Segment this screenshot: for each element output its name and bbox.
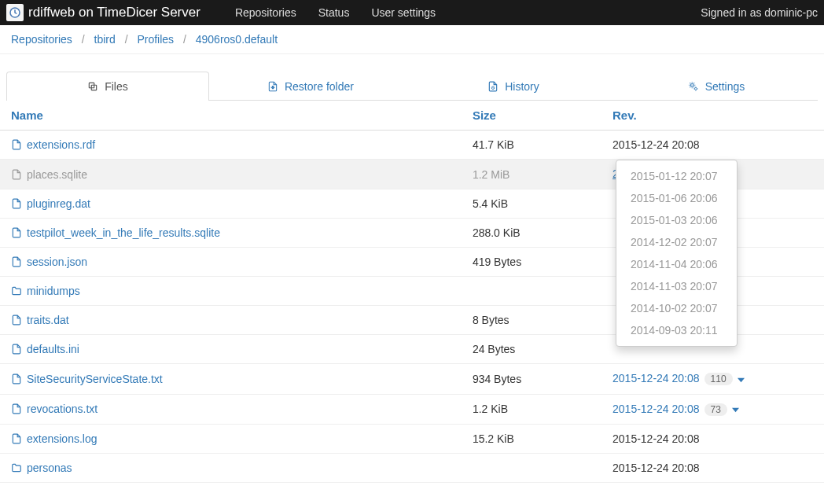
- caret-down-icon[interactable]: [738, 373, 745, 386]
- cell-rev: 2015-12-24 20:08: [601, 424, 824, 453]
- file-icon: [11, 169, 22, 180]
- revision-dropdown[interactable]: 2015-01-12 20:072015-01-06 20:062015-01-…: [616, 160, 738, 347]
- file-link[interactable]: SiteSecurityServiceState.txt: [11, 373, 451, 385]
- tab-label: History: [505, 80, 539, 93]
- cell-name: SiteSecurityServiceState.txt: [0, 364, 462, 394]
- dropdown-item[interactable]: 2014-12-02 20:07: [616, 231, 737, 253]
- file-icon: [11, 198, 22, 209]
- file-link[interactable]: pluginreg.dat: [11, 197, 451, 210]
- dropdown-item[interactable]: 2014-11-04 20:06: [616, 253, 737, 275]
- cell-name: extensions.rdf: [0, 131, 462, 160]
- file-name-text: defaults.ini: [27, 343, 79, 355]
- dropdown-item[interactable]: 2015-01-06 20:06: [616, 187, 737, 209]
- revision-text: 2015-12-24 20:08: [612, 138, 700, 151]
- nav-links: Repositories Status User settings: [224, 0, 447, 25]
- file-icon: [11, 373, 22, 384]
- breadcrumb-item[interactable]: tbird: [94, 33, 116, 46]
- file-name-text: personas: [27, 462, 72, 474]
- cell-name: extensions.log: [0, 424, 462, 453]
- folder-icon: [11, 462, 22, 473]
- file-name-text: traits.dat: [27, 314, 69, 326]
- file-icon: [11, 256, 22, 267]
- cell-name: session.json: [0, 248, 462, 277]
- nav-link-status[interactable]: Status: [307, 0, 361, 25]
- file-name-text: minidumps: [27, 285, 80, 297]
- tab-label: Settings: [705, 80, 745, 93]
- tab-files[interactable]: Files: [6, 72, 209, 101]
- breadcrumb-sep: /: [82, 33, 85, 46]
- nav-link-user-settings[interactable]: User settings: [360, 0, 447, 25]
- cell-rev: 2015-12-24 20:0873: [601, 394, 824, 424]
- revision-text: 2015-12-24 20:08: [612, 462, 700, 474]
- breadcrumb-sep: /: [125, 33, 128, 46]
- tab-label: Restore folder: [285, 80, 354, 93]
- cell-name: revocations.txt: [0, 394, 462, 424]
- cell-rev: 2015-12-24 20:08: [601, 131, 824, 160]
- file-name-text: revocations.txt: [27, 403, 97, 415]
- breadcrumb-item[interactable]: Profiles: [137, 33, 174, 46]
- cell-size: 1.2 MiB: [462, 160, 601, 189]
- cell-name: defaults.ini: [0, 335, 462, 364]
- dropdown-item[interactable]: 2015-01-03 20:06: [616, 209, 737, 231]
- brand-text: rdiffweb on TimeDicer Server: [28, 5, 200, 20]
- breadcrumb: Repositories / tbird / Profiles / 4906ro…: [0, 25, 824, 54]
- file-name-text: extensions.log: [27, 432, 97, 445]
- file-link[interactable]: revocations.txt: [11, 403, 451, 415]
- file-link[interactable]: extensions.log: [11, 432, 451, 445]
- restore-icon: [267, 80, 278, 93]
- tab-history[interactable]: History: [412, 72, 615, 101]
- cell-size: 8 Bytes: [462, 306, 601, 335]
- dropdown-item[interactable]: 2015-01-12 20:07: [616, 165, 737, 187]
- nav-signed-in[interactable]: Signed in as dominic-pc: [701, 6, 818, 19]
- tab-settings[interactable]: Settings: [615, 72, 818, 101]
- table-row: extensions.rdf41.7 KiB2015-12-24 20:08: [0, 131, 824, 160]
- file-link[interactable]: testpilot_week_in_the_life_results.sqlit…: [11, 226, 451, 239]
- table-row: extensions.log15.2 KiB2015-12-24 20:08: [0, 424, 824, 453]
- breadcrumb-item[interactable]: Repositories: [11, 33, 72, 46]
- file-link[interactable]: places.sqlite: [11, 168, 451, 181]
- cell-size: 288.0 KiB: [462, 219, 601, 248]
- file-link[interactable]: traits.dat: [11, 314, 451, 326]
- tab-restore[interactable]: Restore folder: [209, 72, 412, 101]
- folder-link[interactable]: minidumps: [11, 285, 451, 297]
- cell-size: 15.2 KiB: [462, 424, 601, 453]
- cell-size: [462, 453, 601, 482]
- col-header-name[interactable]: Name: [0, 101, 462, 131]
- caret-down-icon[interactable]: [732, 403, 739, 416]
- revision-link[interactable]: 2015-12-24 20:08: [612, 372, 700, 384]
- dropdown-item[interactable]: 2014-11-03 20:07: [616, 275, 737, 297]
- cell-size: 934 Bytes: [462, 364, 601, 394]
- file-link[interactable]: defaults.ini: [11, 343, 451, 355]
- cell-size: [462, 277, 601, 306]
- folder-icon: [11, 285, 22, 296]
- file-icon: [11, 315, 22, 326]
- cell-size: 24 Bytes: [462, 335, 601, 364]
- col-header-size[interactable]: Size: [462, 101, 601, 131]
- gears-icon: [688, 80, 699, 93]
- file-icon: [11, 344, 22, 355]
- navbar: rdiffweb on TimeDicer Server Repositorie…: [0, 0, 824, 25]
- brand[interactable]: rdiffweb on TimeDicer Server: [6, 4, 200, 21]
- cell-name: minidumps: [0, 277, 462, 306]
- cell-size: 419 Bytes: [462, 248, 601, 277]
- folder-link[interactable]: personas: [11, 462, 451, 474]
- file-link[interactable]: extensions.rdf: [11, 138, 451, 151]
- file-name-text: places.sqlite: [27, 168, 87, 181]
- file-icon: [11, 139, 22, 150]
- tabs: Files Restore folder History Settings: [6, 72, 818, 101]
- tab-label: Files: [105, 80, 128, 93]
- revision-link[interactable]: 2015-12-24 20:08: [612, 403, 700, 415]
- cell-size: 1.2 KiB: [462, 394, 601, 424]
- col-header-rev[interactable]: Rev.: [601, 101, 824, 131]
- dropdown-item[interactable]: 2014-10-02 20:07: [616, 297, 737, 319]
- file-name-text: session.json: [27, 256, 87, 268]
- dropdown-item[interactable]: 2014-09-03 20:11: [616, 319, 737, 341]
- cell-name: personas: [0, 453, 462, 482]
- nav-link-repositories[interactable]: Repositories: [224, 0, 307, 25]
- cell-name: traits.dat: [0, 306, 462, 335]
- file-name-text: extensions.rdf: [27, 138, 95, 151]
- file-link[interactable]: session.json: [11, 256, 451, 268]
- breadcrumb-item[interactable]: 4906ros0.default: [196, 33, 278, 46]
- cell-name: pluginreg.dat: [0, 189, 462, 219]
- files-icon: [87, 80, 98, 93]
